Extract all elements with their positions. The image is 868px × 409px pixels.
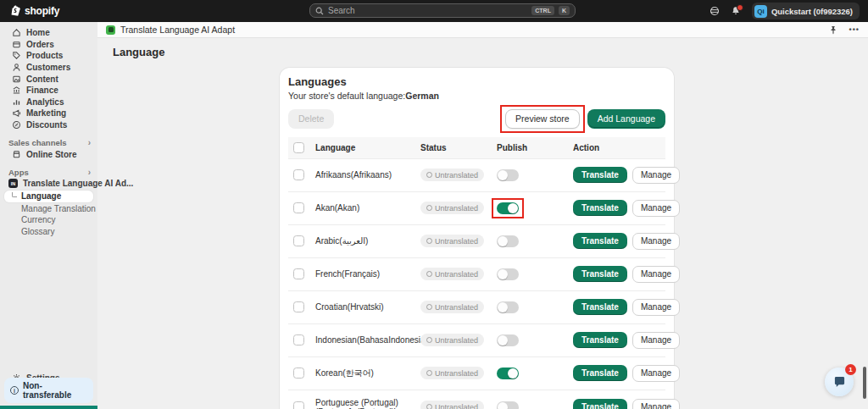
publish-toggle[interactable]	[497, 401, 519, 409]
row-checkbox[interactable]	[293, 235, 304, 246]
row-checkbox[interactable]	[293, 268, 304, 279]
sidebar-item-home[interactable]: Home	[0, 27, 97, 39]
manage-button[interactable]: Manage	[632, 299, 680, 316]
language-cell: Afrikaans(Afrikaans)	[310, 158, 415, 191]
translate-button[interactable]: Translate	[573, 233, 627, 249]
publish-toggle[interactable]	[497, 268, 519, 280]
preview-store-button[interactable]: Preview store	[505, 109, 580, 129]
translate-app-icon: IN	[8, 179, 18, 188]
sidebar-item-content[interactable]: Content	[0, 73, 97, 85]
app-children: LanguageManage TranslationCurrencyGlossa…	[0, 191, 97, 237]
customers-icon	[12, 63, 21, 72]
manage-button[interactable]: Manage	[632, 167, 680, 184]
status-ring-icon	[426, 172, 432, 178]
manage-button[interactable]: Manage	[632, 365, 680, 382]
more-options-icon[interactable]: •••	[849, 25, 860, 34]
row-checkbox[interactable]	[293, 401, 304, 409]
manage-button[interactable]: Manage	[632, 399, 680, 409]
vertical-scrollbar[interactable]	[863, 367, 866, 399]
sidebar: HomeOrdersProductsCustomersContentFinanc…	[0, 22, 97, 409]
status-ring-icon	[426, 238, 432, 244]
sidebar-item-manage-translation[interactable]: Manage Translation	[0, 203, 97, 214]
sidebar-section-sales-channels[interactable]: Sales channels ›	[0, 137, 97, 148]
sidebar-item-analytics[interactable]: Analytics	[0, 97, 97, 108]
translate-button[interactable]: Translate	[573, 200, 627, 216]
sidebar-item-orders[interactable]: Orders	[0, 39, 97, 51]
language-cell: Portuguese (Portugal)(Português(Portugal…	[310, 390, 415, 409]
sidebar-item-online-store[interactable]: Online Store	[0, 148, 97, 160]
translate-button[interactable]: Translate	[573, 365, 627, 381]
home-icon	[12, 28, 21, 37]
topbar: shopify Search CTRL K Qi Quickstart (0f9…	[0, 0, 868, 22]
delete-button[interactable]: Delete	[288, 109, 334, 129]
row-checkbox[interactable]	[293, 368, 304, 379]
plan-badge[interactable]: i Non-transferable	[4, 378, 93, 403]
status-badge: Untranslated	[420, 235, 484, 247]
sidebar-section-apps[interactable]: Apps ›	[0, 167, 97, 178]
translate-button[interactable]: Translate	[573, 332, 627, 348]
language-cell: French(Français)	[310, 257, 415, 290]
col-action: Action	[568, 137, 665, 159]
sidebar-item-discounts[interactable]: Discounts	[0, 119, 97, 131]
publish-toggle[interactable]	[497, 169, 519, 181]
sidebar-item-glossary[interactable]: Glossary	[0, 225, 97, 236]
publish-toggle[interactable]	[497, 202, 519, 214]
translate-button[interactable]: Translate	[573, 266, 627, 282]
sidebar-item-marketing[interactable]: Marketing	[0, 108, 97, 119]
sidebar-item-translate-app[interactable]: IN Translate Language AI Ad...	[0, 178, 97, 190]
sidebar-item-finance[interactable]: Finance	[0, 85, 97, 97]
marketing-icon	[12, 108, 21, 118]
shopify-bag-icon	[10, 5, 21, 17]
table-row: Arabic(العربية) Untranslated TranslateMa…	[288, 224, 665, 257]
translate-button[interactable]: Translate	[573, 167, 627, 183]
chat-bubble-icon	[833, 376, 846, 388]
status-ring-icon	[426, 205, 432, 211]
shopify-logo[interactable]: shopify	[10, 0, 59, 22]
row-checkbox[interactable]	[293, 334, 304, 345]
col-publish: Publish	[492, 137, 568, 159]
status-badge: Untranslated	[420, 401, 484, 409]
translate-button[interactable]: Translate	[573, 299, 627, 315]
sidebar-item-language[interactable]: Language	[4, 191, 93, 202]
languages-table: Language Status Publish Action Afrikaans…	[288, 137, 665, 409]
sidebar-item-customers[interactable]: Customers	[0, 62, 97, 74]
pin-icon[interactable]	[829, 25, 837, 35]
select-all-checkbox[interactable]	[293, 142, 304, 153]
manage-button[interactable]: Manage	[632, 200, 680, 217]
globe-icon[interactable]	[709, 6, 721, 17]
table-row: Korean(한국어) Untranslated TranslateManage	[288, 356, 665, 390]
row-checkbox[interactable]	[293, 202, 304, 213]
row-checkbox[interactable]	[293, 169, 304, 180]
table-row: French(Français) Untranslated TranslateM…	[288, 257, 665, 290]
manage-button[interactable]: Manage	[632, 332, 680, 349]
page-title: Language	[113, 46, 164, 58]
publish-toggle[interactable]	[497, 334, 519, 346]
manage-button[interactable]: Manage	[632, 266, 680, 283]
translate-button[interactable]: Translate	[573, 399, 627, 409]
manage-button[interactable]: Manage	[632, 233, 680, 250]
search-input[interactable]: Search CTRL K	[309, 3, 576, 18]
sidebar-item-currency[interactable]: Currency	[0, 214, 97, 225]
info-icon: i	[10, 386, 19, 395]
sidebar-item-products[interactable]: Products	[0, 50, 97, 62]
status-badge: Untranslated	[420, 334, 484, 346]
notifications-bell-icon[interactable]	[731, 6, 742, 17]
publish-toggle[interactable]	[497, 368, 519, 379]
chat-unread-badge: 1	[845, 364, 856, 375]
status-badge: Untranslated	[420, 169, 484, 181]
col-status: Status	[415, 137, 492, 159]
publish-toggle[interactable]	[497, 301, 519, 313]
col-language: Language	[310, 137, 415, 159]
status-badge: Untranslated	[420, 301, 484, 313]
status-ring-icon	[426, 271, 432, 277]
status-ring-icon	[426, 304, 432, 310]
user-menu[interactable]: Qi Quickstart (0f992326)	[752, 3, 860, 19]
app-header-bar: Translate Language AI Adapt •••	[97, 22, 868, 38]
publish-toggle[interactable]	[497, 235, 519, 247]
chat-widget-button[interactable]: 1	[825, 368, 854, 396]
products-icon	[12, 51, 21, 60]
search-placeholder: Search	[328, 6, 527, 15]
add-language-button[interactable]: Add Language	[587, 109, 665, 129]
content-icon	[12, 75, 21, 84]
row-checkbox[interactable]	[293, 301, 304, 312]
